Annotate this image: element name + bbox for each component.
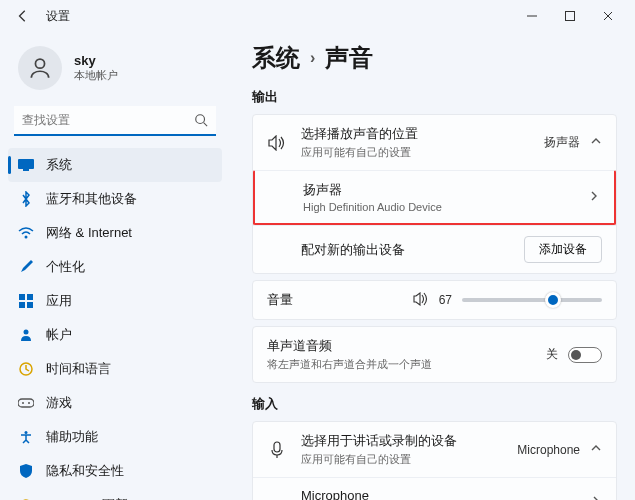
- svg-point-2: [35, 59, 44, 68]
- svg-rect-14: [18, 399, 34, 407]
- svg-point-12: [24, 330, 29, 335]
- svg-rect-6: [23, 169, 29, 171]
- sidebar-item-label: 游戏: [46, 394, 72, 412]
- svg-line-4: [204, 123, 208, 127]
- sidebar-item-accounts[interactable]: 帐户: [8, 318, 222, 352]
- svg-rect-10: [19, 302, 25, 308]
- input-select-title: 选择用于讲话或录制的设备: [301, 432, 503, 450]
- sidebar-item-gaming[interactable]: 游戏: [8, 386, 222, 420]
- sidebar-item-accessibility[interactable]: 辅助功能: [8, 420, 222, 454]
- sidebar-item-label: 个性化: [46, 258, 85, 276]
- system-icon: [18, 157, 34, 173]
- sidebar-item-label: Windows 更新: [46, 496, 128, 500]
- svg-rect-1: [566, 12, 575, 21]
- output-heading: 输出: [252, 88, 617, 106]
- sidebar-item-label: 蓝牙和其他设备: [46, 190, 137, 208]
- output-speaker-sub: High Definition Audio Device: [303, 201, 574, 213]
- bluetooth-icon: [18, 191, 34, 207]
- svg-rect-11: [27, 302, 33, 308]
- brush-icon: [18, 259, 34, 275]
- input-select-row[interactable]: 选择用于讲话或录制的设备 应用可能有自己的设置 Microphone: [253, 422, 616, 477]
- volume-title: 音量: [267, 291, 399, 309]
- page-title: 声音: [325, 42, 373, 74]
- svg-point-16: [28, 402, 30, 404]
- mono-sub: 将左声道和右声道合并成一个声道: [267, 357, 532, 372]
- sidebar-item-privacy[interactable]: 隐私和安全性: [8, 454, 222, 488]
- sidebar-item-label: 网络 & Internet: [46, 224, 132, 242]
- volume-value: 67: [439, 293, 452, 307]
- apps-icon: [18, 293, 34, 309]
- input-select-value: Microphone: [517, 443, 580, 457]
- sidebar-item-label: 帐户: [46, 326, 72, 344]
- avatar: [18, 46, 62, 90]
- sidebar-item-label: 系统: [46, 156, 72, 174]
- breadcrumb: 系统 › 声音: [252, 42, 617, 74]
- chevron-up-icon: [590, 135, 602, 150]
- breadcrumb-parent[interactable]: 系统: [252, 42, 300, 74]
- sidebar-item-time[interactable]: 时间和语言: [8, 352, 222, 386]
- user-info[interactable]: sky 本地帐户: [0, 40, 230, 104]
- mono-title: 单声道音频: [267, 337, 532, 355]
- add-device-button[interactable]: 添加设备: [524, 236, 602, 263]
- window-title: 设置: [46, 8, 70, 25]
- input-mic-title: Microphone: [301, 488, 576, 500]
- minimize-button[interactable]: [525, 9, 539, 23]
- output-select-sub: 应用可能有自己的设置: [301, 145, 530, 160]
- svg-point-7: [25, 236, 28, 239]
- input-select-sub: 应用可能有自己的设置: [301, 452, 503, 467]
- volume-slider[interactable]: [462, 298, 602, 302]
- search-icon: [194, 113, 208, 130]
- pair-output-title: 配对新的输出设备: [301, 241, 510, 259]
- input-heading: 输入: [252, 395, 617, 413]
- sidebar-item-label: 辅助功能: [46, 428, 98, 446]
- mono-toggle[interactable]: [568, 347, 602, 363]
- sidebar-item-network[interactable]: 网络 & Internet: [8, 216, 222, 250]
- account-icon: [18, 327, 34, 343]
- user-name: sky: [74, 53, 118, 68]
- chevron-up-icon: [590, 442, 602, 457]
- output-select-row[interactable]: 选择播放声音的位置 应用可能有自己的设置 扬声器: [253, 115, 616, 170]
- maximize-button[interactable]: [563, 9, 577, 23]
- svg-rect-5: [18, 159, 34, 169]
- sidebar-item-system[interactable]: 系统: [8, 148, 222, 182]
- mono-row[interactable]: 单声道音频 将左声道和右声道合并成一个声道 关: [253, 327, 616, 382]
- output-speaker-title: 扬声器: [303, 181, 574, 199]
- svg-rect-8: [19, 294, 25, 300]
- gaming-icon: [18, 395, 34, 411]
- sidebar-item-personalization[interactable]: 个性化: [8, 250, 222, 284]
- accessibility-icon: [18, 429, 34, 445]
- chevron-right-icon: [590, 495, 602, 500]
- output-speaker-row[interactable]: 扬声器 High Definition Audio Device: [253, 170, 616, 225]
- svg-point-3: [196, 115, 205, 124]
- clock-icon: [18, 361, 34, 377]
- chevron-right-icon: [588, 190, 600, 205]
- shield-icon: [18, 463, 34, 479]
- pair-output-row: 配对新的输出设备 添加设备: [253, 225, 616, 273]
- user-sub: 本地帐户: [74, 68, 118, 83]
- output-select-value: 扬声器: [544, 134, 580, 151]
- sidebar-item-update[interactable]: Windows 更新: [8, 488, 222, 500]
- mono-state: 关: [546, 346, 558, 363]
- svg-point-15: [22, 402, 24, 404]
- back-button[interactable]: [14, 7, 32, 25]
- search-box[interactable]: [14, 106, 216, 136]
- speaker-icon: [267, 135, 287, 151]
- svg-rect-9: [27, 294, 33, 300]
- sidebar-item-label: 应用: [46, 292, 72, 310]
- output-select-title: 选择播放声音的位置: [301, 125, 530, 143]
- close-button[interactable]: [601, 9, 615, 23]
- input-mic-row[interactable]: Microphone High Definition Audio Device: [253, 477, 616, 500]
- sidebar-item-label: 隐私和安全性: [46, 462, 124, 480]
- search-input[interactable]: [14, 106, 216, 136]
- svg-point-17: [25, 431, 28, 434]
- chevron-right-icon: ›: [310, 49, 315, 67]
- volume-icon[interactable]: [413, 292, 429, 309]
- sidebar-item-apps[interactable]: 应用: [8, 284, 222, 318]
- sidebar-item-bluetooth[interactable]: 蓝牙和其他设备: [8, 182, 222, 216]
- microphone-icon: [267, 441, 287, 459]
- sidebar-item-label: 时间和语言: [46, 360, 111, 378]
- wifi-icon: [18, 225, 34, 241]
- volume-row: 音量 67: [253, 281, 616, 319]
- svg-rect-18: [274, 442, 280, 452]
